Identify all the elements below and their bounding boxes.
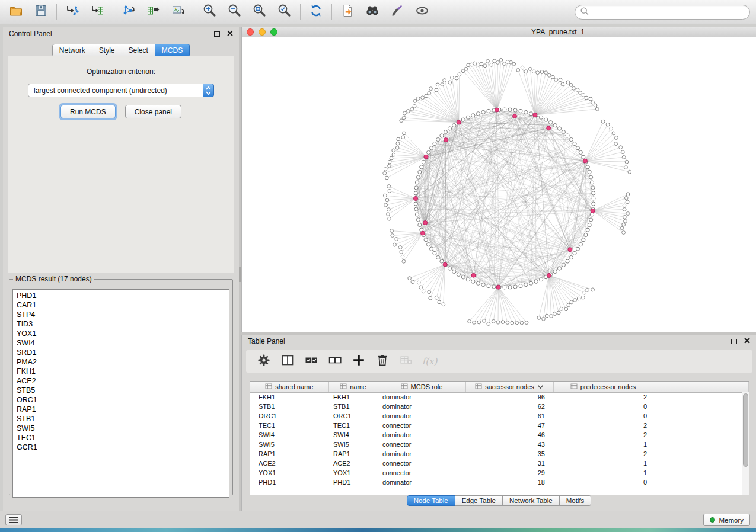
ring-node[interactable] <box>513 108 517 112</box>
ring-node[interactable] <box>508 286 512 289</box>
mcds-node-item[interactable]: PHD1 <box>17 291 229 300</box>
delete-rows-button[interactable] <box>374 354 390 370</box>
leaf-node[interactable] <box>614 142 618 146</box>
table-row[interactable]: PHD1PHD1dominator180 <box>250 477 749 487</box>
leaf-node[interactable] <box>473 321 476 325</box>
table-cell[interactable]: 43 <box>465 440 553 449</box>
table-cell[interactable]: SWI5 <box>250 440 328 449</box>
leaf-node[interactable] <box>624 196 628 200</box>
table-cell[interactable]: PHD1 <box>250 477 328 487</box>
leaf-node[interactable] <box>441 83 444 86</box>
leaf-node[interactable] <box>520 321 524 325</box>
mcds-result-list[interactable]: PHD1CAR1STP4TID3YOX1SWI4SRD1PMA2FKH1ACE2… <box>12 289 229 498</box>
leaf-node[interactable] <box>387 208 391 211</box>
table-cell[interactable]: YOX1 <box>250 468 328 477</box>
table-cell[interactable]: ACE2 <box>250 459 328 468</box>
ring-node[interactable] <box>524 283 528 287</box>
leaf-node[interactable] <box>422 290 425 293</box>
leaf-node[interactable] <box>388 164 391 168</box>
leaf-node[interactable] <box>396 142 400 145</box>
ring-node[interactable] <box>589 218 593 222</box>
leaf-node[interactable] <box>516 69 520 72</box>
leaf-node[interactable] <box>477 321 481 324</box>
leaf-node[interactable] <box>585 96 588 100</box>
close-panel-icon[interactable] <box>227 30 233 38</box>
table-cell[interactable]: STB1 <box>328 402 378 411</box>
leaf-node[interactable] <box>413 105 416 108</box>
table-row[interactable]: ACE2ACE2connector311 <box>250 459 749 468</box>
table-row[interactable]: SWI5SWI5connector431 <box>250 440 749 449</box>
ring-node[interactable] <box>471 114 475 117</box>
float-panel-icon[interactable] <box>214 31 220 37</box>
ring-node[interactable] <box>562 130 565 134</box>
leaf-node[interactable] <box>628 170 631 174</box>
leaf-node[interactable] <box>499 58 503 62</box>
leaf-node[interactable] <box>435 296 438 299</box>
export-network-button[interactable] <box>335 2 360 22</box>
leaf-node[interactable] <box>582 296 585 299</box>
ring-node[interactable] <box>513 285 517 289</box>
ring-node[interactable] <box>415 213 419 216</box>
leaf-node[interactable] <box>436 83 439 86</box>
leaf-node[interactable] <box>624 219 627 223</box>
table-cell[interactable]: 29 <box>465 468 553 477</box>
ring-node[interactable] <box>566 259 569 263</box>
leaf-node[interactable] <box>443 79 446 82</box>
ring-node[interactable] <box>414 202 417 206</box>
leaf-node[interactable] <box>591 101 595 104</box>
leaf-node[interactable] <box>537 316 541 320</box>
leaf-node[interactable] <box>477 63 480 66</box>
leaf-node[interactable] <box>387 213 390 216</box>
zoom-selected-button[interactable] <box>272 2 297 22</box>
table-cell[interactable]: 31 <box>465 459 553 468</box>
leaf-node[interactable] <box>560 307 563 310</box>
show-columns-button[interactable] <box>279 354 295 370</box>
table-cell[interactable]: 2 <box>553 430 653 440</box>
status-menu-button[interactable] <box>5 514 22 525</box>
table-cell[interactable]: dominator <box>378 392 465 402</box>
table-cell[interactable]: 1 <box>553 459 653 468</box>
table-cell[interactable]: connector <box>378 468 465 477</box>
leaf-node[interactable] <box>455 76 458 80</box>
ring-node[interactable] <box>562 263 565 267</box>
leaf-node[interactable] <box>561 82 564 86</box>
ring-node[interactable] <box>557 267 561 270</box>
ring-node[interactable] <box>476 281 480 285</box>
mcds-node[interactable] <box>547 126 551 130</box>
ring-node[interactable] <box>582 155 585 159</box>
leaf-node[interactable] <box>406 110 410 113</box>
select-all-button[interactable] <box>303 354 319 370</box>
ring-node[interactable] <box>424 238 428 242</box>
leaf-node[interactable] <box>428 92 431 95</box>
mcds-node-item[interactable]: PMA2 <box>17 357 229 367</box>
leaf-node[interactable] <box>416 97 420 100</box>
find-button[interactable] <box>360 2 385 22</box>
leaf-node[interactable] <box>403 132 406 135</box>
add-row-button[interactable] <box>350 354 366 370</box>
leaf-node[interactable] <box>496 61 500 65</box>
table-cell[interactable]: connector <box>378 440 465 449</box>
leaf-node[interactable] <box>570 300 573 304</box>
table-cell[interactable]: 18 <box>465 477 553 487</box>
table-cell[interactable]: 0 <box>553 477 653 487</box>
ring-node[interactable] <box>418 170 422 174</box>
ring-node[interactable] <box>471 280 475 283</box>
ring-node[interactable] <box>549 121 553 124</box>
table-cell[interactable]: STB1 <box>250 402 328 411</box>
mcds-node[interactable] <box>457 120 461 124</box>
leaf-node[interactable] <box>391 234 394 238</box>
ring-node[interactable] <box>539 116 543 119</box>
mcds-node-item[interactable]: SWI5 <box>17 424 229 433</box>
leaf-node[interactable] <box>540 70 544 74</box>
leaf-node[interactable] <box>487 322 490 326</box>
table-cell[interactable]: SWI5 <box>328 440 378 449</box>
ring-node[interactable] <box>448 127 451 130</box>
leaf-node[interactable] <box>483 319 486 323</box>
mcds-node[interactable] <box>547 273 551 277</box>
leaf-node[interactable] <box>554 78 558 81</box>
leaf-node[interactable] <box>383 171 387 175</box>
table-cell[interactable]: PHD1 <box>328 477 378 487</box>
leaf-node[interactable] <box>620 226 624 230</box>
leaf-node[interactable] <box>448 81 452 84</box>
mcds-node[interactable] <box>471 273 476 277</box>
